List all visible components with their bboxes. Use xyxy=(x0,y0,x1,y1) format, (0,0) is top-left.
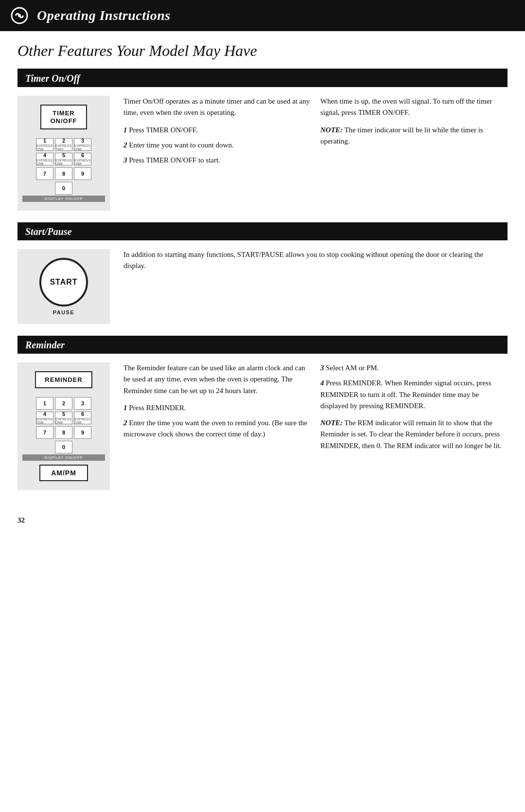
reminder-col-left: The Reminder feature can be used like an… xyxy=(123,362,315,490)
start-circle: START xyxy=(39,258,88,307)
timer-keypad: 1EXPRESS ONE 2EXPRESS TWO 3EXPRESS ONE 4… xyxy=(36,138,91,195)
timer-section-header-row: Timer On/Off xyxy=(18,69,508,87)
reminder-display-bar: DISPLAY ON/OFF xyxy=(22,454,105,461)
timer-on-off-button: TIMER ON/OFF xyxy=(40,105,87,129)
header-bar: Operating Instructions xyxy=(0,0,525,31)
reminder-step-3: 3 Select AM or PM. xyxy=(320,362,508,374)
rem-key-5: 5EXPRESS ONE xyxy=(55,412,72,424)
key-1: 1EXPRESS ONE xyxy=(36,138,53,151)
key-3: 3EXPRESS ONE xyxy=(74,138,91,151)
timer-section-body: TIMER ON/OFF 1EXPRESS ONE 2EXPRESS TWO 3… xyxy=(18,87,508,222)
brand-icon xyxy=(9,5,30,26)
startpause-section-header: Start/Pause xyxy=(18,223,508,240)
key-7: 7 xyxy=(36,167,53,180)
timer-steps: 1 Press TIMER ON/OFF. 2 Enter time you w… xyxy=(123,125,311,166)
reminder-intro: The Reminder feature can be used like an… xyxy=(123,362,311,397)
rem-key-3: 3 xyxy=(74,397,91,410)
reminder-section-body: REMINDER 1 2 3 4EXPRESS ONE 5EXPRESS ONE… xyxy=(18,354,508,502)
key-0: 0 xyxy=(55,182,72,195)
rem-key-7: 7 xyxy=(36,426,53,439)
rem-key-2: 2 xyxy=(55,397,72,410)
svg-point-2 xyxy=(18,14,21,17)
keypad-row-0: 0 xyxy=(55,182,72,195)
key-8: 8 xyxy=(55,167,72,180)
reminder-note-label: NOTE: xyxy=(320,419,343,427)
reminder-col-right: 3 Select AM or PM. 4 Press REMINDER. Whe… xyxy=(315,362,508,490)
rem-key-4: 4EXPRESS ONE xyxy=(36,412,53,424)
startpause-image-panel: START PAUSE xyxy=(18,249,110,324)
keypad-row-3: 7 8 9 xyxy=(36,167,91,180)
timer-text-content: Timer On/Off operates as a minute timer … xyxy=(123,96,508,211)
startpause-section-body: START PAUSE In addition to starting many… xyxy=(18,240,508,336)
reminder-note-text: The REM indicator will remain lit to sho… xyxy=(320,419,502,450)
reminder-step-1: 1 Press REMINDER. xyxy=(123,402,311,414)
page-number: 32 xyxy=(0,502,525,529)
rem-key-6: 6EXPRESS ONE xyxy=(74,412,91,424)
key-5: 5EXPRESS ONE xyxy=(55,153,72,165)
reminder-keypad-row-3: 7 8 9 xyxy=(36,426,91,439)
ampm-button: AM/PM xyxy=(39,465,88,481)
start-circle-container: START PAUSE xyxy=(39,258,88,315)
page-subtitle: Other Features Your Model May Have xyxy=(0,31,525,69)
timer-note: NOTE: The timer indicator will be lit wh… xyxy=(320,125,508,147)
reminder-section: Reminder REMINDER 1 2 3 4EXPRESS ONE 5EX… xyxy=(18,337,508,502)
reminder-steps-right: 3 Select AM or PM. 4 Press REMINDER. Whe… xyxy=(320,362,508,412)
pause-label: PAUSE xyxy=(53,309,75,315)
reminder-button: REMINDER xyxy=(35,371,92,388)
key-9: 9 xyxy=(74,167,91,180)
rem-key-8: 8 xyxy=(55,426,72,439)
startpause-text-content: In addition to starting many functions, … xyxy=(123,249,508,324)
startpause-section: Start/Pause START PAUSE In addition to s… xyxy=(18,223,508,337)
reminder-steps-left: 1 Press REMINDER. 2 Enter the time you w… xyxy=(123,402,311,440)
rem-key-0: 0 xyxy=(55,441,72,453)
reminder-image-panel: REMINDER 1 2 3 4EXPRESS ONE 5EXPRESS ONE… xyxy=(18,362,110,490)
rem-key-9: 9 xyxy=(74,426,91,439)
reminder-note: NOTE: The REM indicator will remain lit … xyxy=(320,417,508,451)
timer-image-panel: TIMER ON/OFF 1EXPRESS ONE 2EXPRESS TWO 3… xyxy=(18,96,110,211)
header-title: Operating Instructions xyxy=(37,8,171,23)
start-label: START xyxy=(50,278,77,287)
timer-col-left: Timer On/Off operates as a minute timer … xyxy=(123,96,315,211)
rem-key-1: 1 xyxy=(36,397,53,410)
timer-note-label: NOTE: xyxy=(320,126,343,134)
timer-note-text: The timer indicator will be lit while th… xyxy=(320,126,483,145)
reminder-step-4: 4 Press REMINDER. When Reminder signal o… xyxy=(320,378,508,412)
reminder-text-content: The Reminder feature can be used like an… xyxy=(123,362,508,490)
reminder-keypad-row-0: 0 xyxy=(55,441,72,453)
keypad-row-2: 4EXPRESS ONE 5EXPRESS ONE 6EXPRESS ONE xyxy=(36,153,91,165)
startpause-col-left: In addition to starting many functions, … xyxy=(123,249,508,324)
timer-section-header: Timer On/Off xyxy=(18,70,508,87)
key-4: 4EXPRESS ONE xyxy=(36,153,53,165)
reminder-keypad-row-2: 4EXPRESS ONE 5EXPRESS ONE 6EXPRESS ONE xyxy=(36,412,91,424)
timer-step-3: 3 Press TIMER ON/OFF to start. xyxy=(123,155,311,166)
timer-step-1: 1 Press TIMER ON/OFF. xyxy=(123,125,311,136)
key-6: 6EXPRESS ONE xyxy=(74,153,91,165)
timer-intro: Timer On/Off operates as a minute timer … xyxy=(123,96,311,119)
reminder-section-header: Reminder xyxy=(18,337,508,354)
startpause-text: In addition to starting many functions, … xyxy=(123,249,503,272)
timer-step-2: 2 Enter time you want to count down. xyxy=(123,140,311,151)
key-2: 2EXPRESS TWO xyxy=(55,138,72,151)
reminder-keypad-row-1: 1 2 3 xyxy=(36,397,91,410)
keypad-row-1: 1EXPRESS ONE 2EXPRESS TWO 3EXPRESS ONE xyxy=(36,138,91,151)
reminder-step-2: 2 Enter the time you want the oven to re… xyxy=(123,417,311,440)
timer-col-right: When time is up, the oven will signal. T… xyxy=(315,96,508,211)
timer-right-text: When time is up, the oven will signal. T… xyxy=(320,96,508,119)
timer-display-bar: DISPLAY ON/OFF xyxy=(22,196,105,202)
reminder-keypad: 1 2 3 4EXPRESS ONE 5EXPRESS ONE 6EXPRESS… xyxy=(36,397,91,453)
